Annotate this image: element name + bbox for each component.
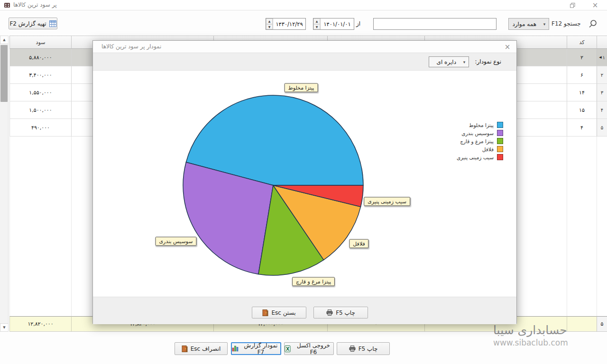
filter-dropdown[interactable]: ▾ همه موارد bbox=[508, 18, 549, 30]
print-label: چاپ F5 bbox=[359, 346, 378, 352]
to-date-field[interactable]: ▲▼ ۱۴۳۰/۱۲/۲۹ bbox=[266, 18, 306, 30]
pie-chart-area: پیتزا مخلوط سوسیس بندری پیتزا مرغ و قارچ… bbox=[93, 71, 516, 297]
window-titlebar: پر سود ترین کالاها × bbox=[0, 0, 607, 10]
code-cell: ۴ bbox=[567, 119, 597, 136]
dialog-close-icon[interactable]: × bbox=[502, 42, 513, 52]
cancel-label: انصراف Esc bbox=[191, 346, 221, 352]
rownum-cell: ۲ bbox=[597, 66, 607, 84]
grid-line bbox=[9, 136, 10, 316]
chevron-down-icon: ▾ bbox=[540, 22, 549, 27]
chart-type-value: دایره ای bbox=[429, 59, 460, 65]
chart-legend: پیتزا مخلوط سوسیس بندری پیتزا مرغ و قارچ… bbox=[457, 122, 503, 160]
dialog-footer: بستن Esc چاپ F5 bbox=[93, 297, 516, 324]
scroll-down-icon[interactable]: ▼ bbox=[0, 323, 9, 332]
legend-item: سیب زمینی پنیری bbox=[457, 154, 503, 160]
spinner-up-icon[interactable]: ▲ bbox=[266, 18, 273, 24]
watermark: حسابداری سیبا www.sibaclub.com bbox=[493, 323, 600, 347]
pie-chart bbox=[93, 71, 516, 297]
chart-dialog: نمودار پر سود ترین کالاها × نوع نمودار: … bbox=[92, 40, 517, 324]
slice-label: پیتزا مخلوط bbox=[285, 83, 318, 92]
search-icon[interactable] bbox=[588, 19, 598, 28]
profit-cell: ۱,۵۰۰,۰۰۰ bbox=[9, 101, 71, 119]
filter-dropdown-value: همه موارد bbox=[509, 21, 540, 27]
legend-label: پیتزا مخلوط bbox=[469, 122, 494, 128]
from-date-value: ۱۴۰۱/۰۱/۰۱ bbox=[321, 18, 354, 29]
bar-chart-icon bbox=[232, 346, 239, 352]
legend-item: پیتزا مخلوط bbox=[457, 122, 503, 128]
legend-label: سیب زمینی پنیری bbox=[457, 155, 494, 160]
app-icon bbox=[4, 2, 10, 9]
rownum-cell: ۵ bbox=[597, 119, 607, 136]
rownum-cell: ۴ bbox=[597, 101, 607, 119]
report-chart-label: نمودار گزارش F7 bbox=[241, 342, 280, 355]
spinner-up-icon[interactable]: ▲ bbox=[313, 18, 320, 24]
from-label: از bbox=[356, 20, 360, 27]
header-code[interactable]: کد bbox=[567, 36, 597, 49]
from-date-field[interactable]: ▲▼ ۱۴۰۱/۰۱/۰۱ bbox=[313, 18, 354, 30]
excel-icon: X bbox=[285, 346, 291, 352]
prepare-report-label: تهیه گزارش F2 bbox=[9, 20, 46, 27]
profit-cell: ۳,۴۰۰,۰۰۰ bbox=[9, 66, 71, 84]
spinner-down-icon[interactable]: ▼ bbox=[313, 24, 320, 30]
cancel-button[interactable]: انصراف Esc bbox=[175, 342, 228, 355]
dialog-close-button[interactable]: بستن Esc bbox=[252, 307, 306, 318]
chevron-down-icon: ▾ bbox=[460, 60, 469, 64]
legend-swatch bbox=[497, 122, 503, 128]
chart-type-dropdown[interactable]: ▾ دایره ای bbox=[429, 56, 469, 67]
door-icon bbox=[262, 309, 268, 316]
excel-export-label: خروجی اکسل F6 bbox=[294, 342, 333, 355]
window-title: پر سود ترین کالاها bbox=[13, 1, 57, 8]
restore-icon[interactable] bbox=[565, 1, 579, 9]
header-rownum bbox=[597, 36, 607, 49]
rownum-cell: ۳ bbox=[597, 84, 607, 101]
close-icon[interactable]: × bbox=[588, 1, 602, 9]
summary-profit: ۱۲,۸۲۰,۰۰۰ bbox=[9, 316, 71, 332]
prepare-report-button[interactable]: تهیه گزارش F2 bbox=[9, 18, 57, 29]
chart-type-label: نوع نمودار: bbox=[475, 58, 501, 65]
to-date-spinner[interactable]: ▲▼ bbox=[266, 18, 273, 29]
watermark-brand: حسابداری سیبا bbox=[493, 323, 600, 337]
search-input[interactable] bbox=[373, 18, 497, 30]
report-grid-icon bbox=[49, 20, 56, 27]
grid-line bbox=[597, 136, 597, 316]
to-date-value: ۱۴۳۰/۱۲/۲۹ bbox=[273, 18, 305, 29]
code-cell: ۱۵ bbox=[567, 101, 597, 119]
printer-icon bbox=[349, 346, 356, 352]
report-chart-button[interactable]: نمودار گزارش F7 bbox=[231, 342, 281, 355]
grid-line bbox=[567, 136, 567, 316]
from-date-spinner[interactable]: ▲▼ bbox=[313, 18, 321, 29]
dialog-title: نمودار پر سود ترین کالاها bbox=[101, 43, 161, 50]
top-toolbar: تهیه گزارش F2 جستجو F12 ▾ همه موارد از ▲… bbox=[0, 10, 607, 36]
legend-swatch bbox=[497, 154, 503, 160]
door-icon bbox=[182, 346, 188, 352]
profit-cell: ۵,۸۸۰,۰۰۰ bbox=[9, 49, 71, 66]
legend-item: پیتزا مرغ و قارچ bbox=[457, 138, 503, 144]
spinner-down-icon[interactable]: ▼ bbox=[266, 24, 273, 30]
profit-cell: ۱,۵۵۰,۰۰۰ bbox=[9, 84, 71, 101]
chart-type-bar: نوع نمودار: ▾ دایره ای bbox=[93, 53, 516, 71]
code-cell: ۲ bbox=[567, 49, 597, 66]
selected-row-marker-icon: ◀ bbox=[599, 55, 601, 59]
legend-label: پیتزا مرغ و قارچ bbox=[460, 138, 494, 144]
rownum-cell: ۱◀ bbox=[597, 49, 607, 66]
legend-label: فلافل bbox=[482, 146, 494, 152]
dialog-print-label: چاپ F5 bbox=[336, 309, 355, 316]
slice-label: پیتزا مرغ و قارچ bbox=[292, 277, 335, 286]
slice-label: سوسیس بندری bbox=[155, 237, 196, 246]
legend-item: فلافل bbox=[457, 146, 503, 152]
print-button[interactable]: چاپ F5 bbox=[337, 342, 390, 355]
scroll-up-icon[interactable]: ▲ bbox=[0, 36, 9, 44]
grid-line bbox=[71, 136, 72, 316]
legend-swatch bbox=[497, 130, 503, 136]
header-profit[interactable]: سود bbox=[9, 36, 71, 49]
code-cell: ۱۴ bbox=[567, 84, 597, 101]
slice-label: فلافل bbox=[349, 239, 368, 248]
slice-label: سیب زمینی پنیری bbox=[364, 197, 410, 206]
excel-export-button[interactable]: X خروجی اکسل F6 bbox=[284, 342, 334, 355]
svg-text:X: X bbox=[286, 346, 290, 351]
vertical-scrollbar[interactable]: ▲ ▼ bbox=[0, 36, 9, 332]
legend-item: سوسیس بندری bbox=[457, 130, 503, 136]
search-label: جستجو F12 bbox=[552, 20, 588, 27]
scrollbar-thumb[interactable] bbox=[0, 45, 8, 102]
dialog-print-button[interactable]: چاپ F5 bbox=[313, 307, 368, 318]
